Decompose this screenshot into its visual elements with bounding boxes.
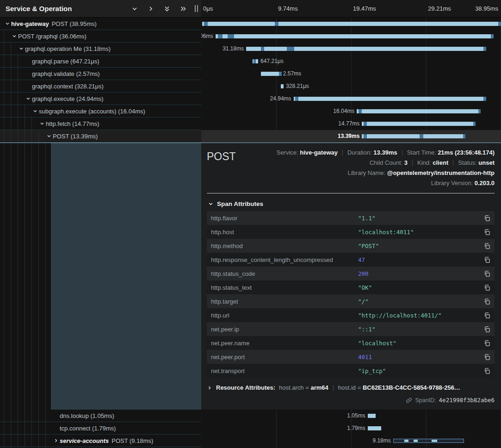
copy-icon[interactable] xyxy=(483,354,490,361)
indent-guides xyxy=(4,68,25,80)
span-row-timeline-cell[interactable]: 647.21μs xyxy=(201,55,501,68)
span-row[interactable]: hive-gateway POST (38.95ms) 38.95ms xyxy=(0,18,501,30)
span-row-timeline-cell[interactable]: 1.79ms xyxy=(201,422,501,435)
span-row-timeline-cell[interactable]: 13.39ms xyxy=(201,130,501,143)
span-operation-label: graphql.execute (24.94ms) xyxy=(32,95,104,102)
span-operation-label: POST (9.18ms) xyxy=(111,437,153,444)
span-bar[interactable] xyxy=(216,34,493,38)
span-bar[interactable] xyxy=(393,439,464,443)
copy-icon[interactable] xyxy=(483,270,490,277)
collapse-one-icon[interactable] xyxy=(130,4,139,13)
span-row-timeline-cell[interactable]: 328.21μs xyxy=(201,80,501,93)
expand-one-icon[interactable] xyxy=(146,4,155,13)
row-expand-chevron[interactable] xyxy=(52,438,60,443)
span-row-timeline-cell[interactable]: 38.95ms xyxy=(201,18,501,30)
span-row[interactable]: POST (13.39ms) 13.39ms xyxy=(0,130,501,143)
ruler-tick-label: 29.21ms xyxy=(428,0,451,17)
span-row-timeline-cell[interactable]: 16.04ms xyxy=(201,105,501,118)
span-row-label-cell[interactable]: dns.lookup (1.05ms) xyxy=(0,410,201,422)
expand-all-icon[interactable] xyxy=(179,4,188,13)
copy-icon[interactable] xyxy=(483,284,490,291)
service-operation-header: Service & Operation xyxy=(0,0,201,17)
span-bar[interactable] xyxy=(362,122,476,126)
row-expand-chevron[interactable] xyxy=(45,133,53,139)
span-row[interactable]: http.fetch (14.77ms) 14.77ms xyxy=(0,118,501,130)
attribute-key: http.target xyxy=(211,298,358,305)
span-row-timeline-cell[interactable]: 14.77ms xyxy=(201,118,501,130)
span-bar[interactable] xyxy=(246,47,486,51)
link-icon[interactable] xyxy=(406,397,412,404)
copy-icon[interactable] xyxy=(483,298,490,305)
span-row-label-cell[interactable]: service-accounts POST (9.18ms) xyxy=(0,435,201,447)
span-bar-tick xyxy=(218,34,223,38)
span-row-label-cell[interactable]: POST /graphql (36.06ms) xyxy=(0,30,201,43)
span-bar[interactable] xyxy=(281,84,284,88)
span-row[interactable]: subgraph.execute (accounts) (16.04ms) 16… xyxy=(0,105,501,118)
attribute-key: http.status_text xyxy=(211,284,358,291)
span-row[interactable]: graphql.parse (647.21μs) 647.21μs xyxy=(0,55,501,68)
span-row[interactable]: POST /graphql (36.06ms) 36.06ms xyxy=(0,30,501,43)
copy-icon[interactable] xyxy=(483,326,490,333)
span-bar-tick xyxy=(254,59,256,63)
row-expand-chevron[interactable] xyxy=(38,121,46,126)
span-row[interactable]: graphql.operation Me (31.18ms) 31.18ms xyxy=(0,43,501,55)
span-row[interactable]: tcp.connect (1.79ms) 1.79ms xyxy=(0,422,501,435)
span-duration-label: 13.39ms xyxy=(338,130,359,142)
span-attributes-header[interactable]: Span Attributes xyxy=(208,200,495,207)
span-bar[interactable] xyxy=(368,414,376,418)
span-row-timeline-cell[interactable]: 31.18ms xyxy=(201,43,501,55)
span-duration-label: 14.77ms xyxy=(338,118,359,130)
span-row-label-cell[interactable]: tcp.connect (1.79ms) xyxy=(0,422,201,435)
span-duration-label: 1.05ms xyxy=(347,410,365,422)
span-row[interactable]: dns.lookup (1.05ms) 1.05ms xyxy=(0,410,501,422)
span-row-label-cell[interactable]: graphql.parse (647.21μs) xyxy=(0,55,201,68)
span-row[interactable]: graphql.context (328.21μs) 328.21μs xyxy=(0,80,501,93)
panel-resize-handle[interactable] xyxy=(195,5,198,12)
span-row-label-cell[interactable]: hive-gateway POST (38.95ms) xyxy=(0,18,201,30)
span-bar[interactable] xyxy=(362,134,465,138)
resource-attributes-row[interactable]: Resource Attributes: host.arch = arm64ho… xyxy=(207,384,495,391)
span-bar[interactable] xyxy=(202,22,500,26)
meta-value: @opentelemetry/instrumentation-http xyxy=(387,169,495,176)
indent-guides xyxy=(4,410,52,422)
span-row-timeline-cell[interactable]: 9.18ms xyxy=(201,435,501,447)
attribute-value: "::1" xyxy=(358,326,483,333)
timeline-ruler: 0μs9.74ms19.47ms29.21ms38.95ms xyxy=(201,0,501,17)
span-bar[interactable] xyxy=(357,109,480,113)
span-row-timeline-cell[interactable]: 2.57ms xyxy=(201,68,501,80)
meta-label: Duration: xyxy=(347,149,373,156)
span-row-label-cell[interactable]: subgraph.execute (accounts) (16.04ms) xyxy=(0,105,201,118)
row-expand-chevron[interactable] xyxy=(31,108,39,114)
copy-icon[interactable] xyxy=(483,312,490,319)
row-expand-chevron[interactable] xyxy=(11,33,18,39)
attribute-value: "ip_tcp" xyxy=(358,367,483,374)
span-duration-label: 24.94ms xyxy=(270,93,291,105)
span-row-label-cell[interactable]: POST (13.39ms) xyxy=(0,130,201,143)
attribute-value: "OK" xyxy=(358,284,483,291)
row-expand-chevron[interactable] xyxy=(25,96,32,101)
copy-icon[interactable] xyxy=(483,229,490,236)
span-bar[interactable] xyxy=(294,97,486,101)
meta-line: Child Count: 3Kind: clientStatus: unset xyxy=(277,158,495,168)
span-row-label-cell[interactable]: graphql.validate (2.57ms) xyxy=(0,68,201,80)
copy-icon[interactable] xyxy=(483,367,490,374)
row-expand-chevron[interactable] xyxy=(18,46,25,51)
span-row-timeline-cell[interactable]: 36.06ms xyxy=(201,30,501,43)
span-row[interactable]: graphql.validate (2.57ms) 2.57ms xyxy=(0,68,501,80)
copy-icon[interactable] xyxy=(483,215,490,222)
span-row-label-cell[interactable]: http.fetch (14.77ms) xyxy=(0,118,201,130)
collapse-all-icon[interactable] xyxy=(162,4,172,13)
row-expand-chevron[interactable] xyxy=(4,21,11,26)
span-row-label-cell[interactable]: graphql.context (328.21μs) xyxy=(0,80,201,93)
span-row-label-cell[interactable]: graphql.execute (24.94ms) xyxy=(0,93,201,105)
span-row-timeline-cell[interactable]: 24.94ms xyxy=(201,93,501,105)
span-row[interactable]: service-accounts POST (9.18ms) 9.18ms xyxy=(0,435,501,447)
copy-icon[interactable] xyxy=(483,340,490,347)
span-bar[interactable] xyxy=(368,426,382,430)
span-row[interactable]: graphql.execute (24.94ms) 24.94ms xyxy=(0,93,501,105)
copy-icon[interactable] xyxy=(483,243,490,249)
copy-icon[interactable] xyxy=(483,256,490,263)
span-row-timeline-cell[interactable]: 1.05ms xyxy=(201,410,501,422)
span-bar[interactable] xyxy=(261,72,281,76)
span-row-label-cell[interactable]: graphql.operation Me (31.18ms) xyxy=(0,43,201,55)
